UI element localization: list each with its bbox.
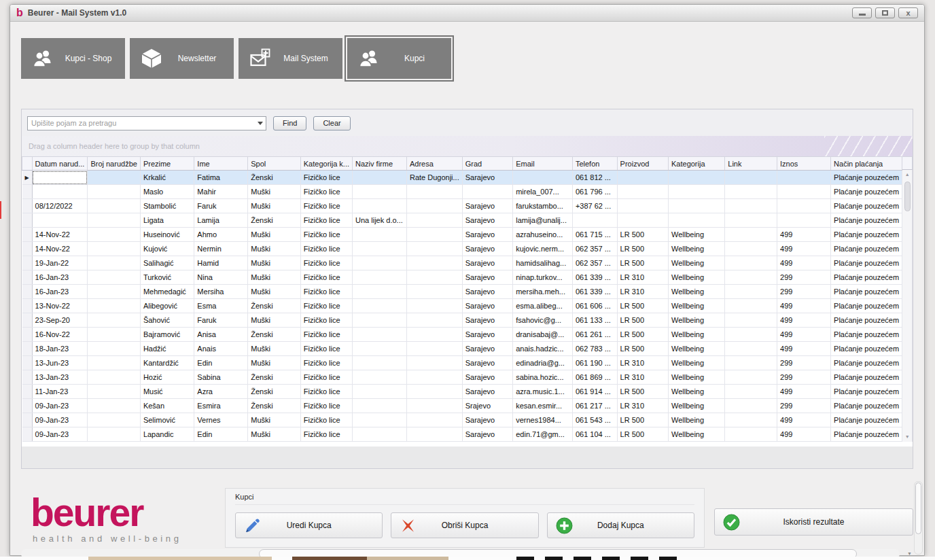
grid-cell[interactable]: Sarajevo: [462, 256, 512, 270]
column-header-broj-narud-be[interactable]: Broj narudžbe: [88, 157, 141, 171]
grid-cell[interactable]: Sarajevo: [462, 228, 512, 242]
grid-cell[interactable]: Una lijek d.o...: [353, 213, 407, 228]
grid-cell[interactable]: azrahuseino...: [513, 228, 573, 242]
grid-cell[interactable]: Anais: [194, 342, 248, 356]
grid-cell[interactable]: [88, 171, 141, 185]
grid-cell[interactable]: Sarajevo: [462, 342, 512, 356]
grid-cell[interactable]: Muški: [248, 228, 301, 242]
grid-cell[interactable]: Fizičko lice: [300, 228, 352, 242]
grid-cell[interactable]: [725, 413, 777, 427]
grid-cell[interactable]: Fizičko lice: [300, 285, 352, 299]
grid-cell[interactable]: Plaćanje pouzećem: [831, 399, 902, 413]
grid-cell[interactable]: [725, 342, 777, 356]
grid-cell[interactable]: [406, 185, 462, 199]
grid-cell[interactable]: [725, 385, 777, 399]
grid-cell[interactable]: 14-Nov-22: [32, 242, 88, 256]
grid-cell[interactable]: Selimović: [140, 413, 194, 427]
grid-cell[interactable]: Mersiha: [194, 285, 248, 299]
grid-cell[interactable]: 499: [777, 328, 831, 342]
grid-cell[interactable]: [406, 328, 462, 342]
grid-cell[interactable]: 061 812 ...: [572, 171, 617, 185]
grid-cell[interactable]: Plaćanje pouzećem: [831, 285, 902, 299]
grid-cell[interactable]: 18-Jan-23: [32, 342, 88, 356]
find-button[interactable]: Find: [273, 116, 306, 130]
grid-cell[interactable]: Fizičko lice: [300, 199, 352, 213]
grid-cell[interactable]: LR 500: [617, 242, 668, 256]
grid-cell[interactable]: [725, 171, 777, 185]
table-row[interactable]: 18-Jan-23HadžićAnaisMuškiFizičko liceSar…: [22, 342, 902, 356]
grid-cell[interactable]: [725, 299, 777, 313]
grid-cell[interactable]: Sarajevo: [462, 356, 512, 370]
grid-cell[interactable]: 499: [777, 427, 831, 442]
grid-cell[interactable]: Faruk: [194, 199, 248, 213]
grid-cell[interactable]: LR 500: [617, 299, 668, 313]
grid-cell[interactable]: 062 357 ...: [572, 242, 617, 256]
table-row[interactable]: 11-Jan-23MusićAzraŽenskiFizičko liceSara…: [22, 385, 902, 399]
grid-cell[interactable]: 499: [777, 228, 831, 242]
grid-cell[interactable]: Plaćanje pouzećem: [831, 328, 902, 342]
grid-cell[interactable]: Muški: [248, 313, 301, 328]
grid-cell[interactable]: Rate Dugonji...: [406, 171, 462, 185]
column-header-adresa[interactable]: Adresa: [406, 157, 462, 171]
grid-cell[interactable]: Ahmo: [194, 228, 248, 242]
grid-cell[interactable]: Plaćanje pouzećem: [831, 242, 902, 256]
obri-i-kupca-button[interactable]: Obriši Kupca: [391, 512, 538, 538]
grid-cell[interactable]: Plaćanje pouzećem: [831, 370, 902, 385]
grid-cell[interactable]: vernes1984...: [513, 413, 573, 427]
table-row[interactable]: 14-Nov-22HuseinovićAhmoMuškiFizičko lice…: [22, 228, 902, 242]
grid-cell[interactable]: [353, 299, 407, 313]
grid-cell[interactable]: Sarajevo: [462, 385, 512, 399]
grid-cell[interactable]: [725, 313, 777, 328]
close-button[interactable]: x: [898, 7, 918, 18]
grid-cell[interactable]: [353, 199, 407, 213]
grid-cell[interactable]: [88, 270, 141, 285]
grid-cell[interactable]: 09-Jan-23: [32, 413, 88, 427]
grid-cell[interactable]: LR 500: [617, 256, 668, 270]
grid-cell[interactable]: Mehmedagić: [140, 285, 194, 299]
grid-cell[interactable]: Fizičko lice: [300, 270, 352, 285]
grid-cell[interactable]: [406, 242, 462, 256]
grid-cell[interactable]: [353, 242, 407, 256]
grid-cell[interactable]: [88, 399, 141, 413]
grid-cell[interactable]: Sarajevo: [462, 413, 512, 427]
grid-cell[interactable]: Fizičko lice: [300, 356, 352, 370]
grid-cell[interactable]: [725, 185, 777, 199]
grid-cell[interactable]: azra.music.1...: [513, 385, 573, 399]
table-row[interactable]: 09-Jan-23LapandicEdinMuškiFizičko liceSa…: [22, 427, 902, 442]
grid-cell[interactable]: Faruk: [194, 313, 248, 328]
scrollbar-thumb[interactable]: [904, 181, 911, 211]
grid-cell[interactable]: [406, 413, 462, 427]
grid-cell[interactable]: Sarajevo: [462, 313, 512, 328]
grid-cell[interactable]: 061 133 ...: [572, 313, 617, 328]
table-row[interactable]: 23-Sep-20ŠahovićFarukMuškiFizičko liceSa…: [22, 313, 902, 328]
grid-cell[interactable]: 061 261 ...: [572, 328, 617, 342]
grid-cell[interactable]: [725, 213, 777, 228]
grid-cell[interactable]: Ženski: [248, 399, 301, 413]
grid-cell[interactable]: Stambolić: [140, 199, 194, 213]
grid-cell[interactable]: [406, 385, 462, 399]
grid-cell[interactable]: Esma: [194, 299, 248, 313]
grid-cell[interactable]: Srajevo: [462, 399, 512, 413]
grid-cell[interactable]: [406, 213, 462, 228]
grid-cell[interactable]: [88, 313, 141, 328]
grid-cell[interactable]: Muški: [248, 413, 301, 427]
grid-cell[interactable]: [406, 228, 462, 242]
grid-cell[interactable]: [353, 399, 407, 413]
grid-cell[interactable]: [88, 328, 141, 342]
column-header-prezime[interactable]: Prezime: [140, 157, 194, 171]
column-header-link[interactable]: Link: [725, 157, 777, 171]
grid-cell[interactable]: [406, 299, 462, 313]
grid-cell[interactable]: 061 543 ...: [572, 413, 617, 427]
grid-cell[interactable]: LR 310: [617, 356, 668, 370]
grid-cell[interactable]: Hozić: [140, 370, 194, 385]
grid-cell[interactable]: [88, 199, 141, 213]
grid-cell[interactable]: 499: [777, 256, 831, 270]
grid-cell[interactable]: 13-Nov-22: [32, 299, 88, 313]
grid-cell[interactable]: Wellbeing: [669, 427, 725, 442]
grid-cell[interactable]: 061 190 ...: [572, 356, 617, 370]
grid-cell[interactable]: [777, 213, 831, 228]
grid-cell[interactable]: +387 62 ...: [572, 199, 617, 213]
table-row[interactable]: 13-Nov-22AlibegovićEsmaŽenskiFizičko lic…: [22, 299, 902, 313]
grid-cell[interactable]: 499: [777, 313, 831, 328]
grid-cell[interactable]: LR 500: [617, 328, 668, 342]
